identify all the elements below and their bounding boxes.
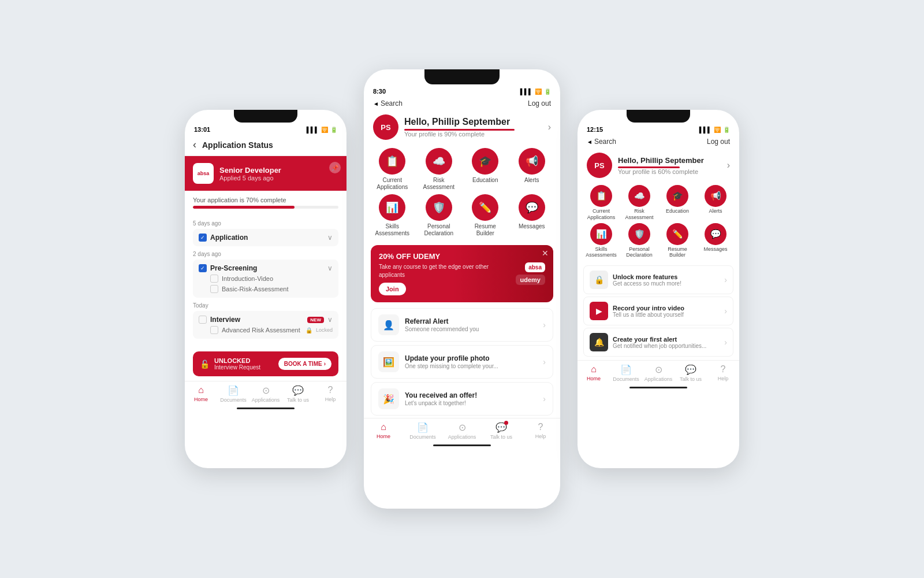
udemy-join-button[interactable]: Join [379,283,406,295]
icon-small-risk[interactable]: ☁️ RiskAssessment [621,185,657,221]
documents-icon-center: 📄 [417,422,429,433]
icon-risk-assessment[interactable]: ☁️ RiskAssessment [418,148,461,191]
logout-btn-right[interactable]: Log out [707,138,730,146]
feature-unlock[interactable]: 🔒 Unlock more features Get access so muc… [583,265,733,294]
icon-small-resume[interactable]: ✏️ ResumeBuilder [660,223,695,259]
unlock-feature-arrow: › [724,275,727,284]
icon-sm-circle-education: 🎓 [666,185,688,207]
create-alert-icon: 🔔 [590,333,608,351]
icon-skills[interactable]: 📊 SkillsAssessments [371,194,414,237]
icon-sm-label-skills: SkillsAssessments [586,246,617,259]
alert-referral-arrow: › [543,320,546,329]
chevron-application: ∨ [327,234,333,242]
nav-applications-center[interactable]: ⊙ Applications [442,422,482,440]
feature-create-alert[interactable]: 🔔 Create your first alert Get notified w… [583,328,733,357]
logout-btn-center[interactable]: Log out [528,99,551,108]
prescreening-label: Pre-Screening [210,264,324,272]
advanced-risk-label: Advanced Risk Assessment [222,327,302,334]
interview-label: Interview [210,316,301,324]
icon-personal-decl[interactable]: 🛡️ PersonalDeclaration [418,194,461,237]
status-bar-right: 12:15 ▌▌▌🛜🔋 [578,123,739,134]
book-time-button[interactable]: BOOK A TIME › [278,358,331,370]
icon-label-alerts: Alerts [524,177,539,184]
unlock-info: UNLOCKED Interview Request [214,357,274,370]
intro-label: Introduction-Video [222,275,333,282]
icon-sm-circle-risk: ☁️ [628,185,650,207]
icon-label-resume: ResumeBuilder [475,223,496,237]
timeline-item-prescreening[interactable]: Pre-Screening ∨ Introduction-Video Basic… [193,260,338,298]
status-bar-left: 13:01 ▌▌▌🛜🔋 [185,123,346,134]
icon-small-skills[interactable]: 📊 SkillsAssessments [583,223,619,259]
status-icons-center: ▌▌▌🛜🔋 [520,88,551,95]
back-button[interactable]: ‹ [193,139,196,151]
nav-home-left[interactable]: ⌂ Home [185,385,217,403]
timeline-item-application[interactable]: Application ∨ [193,229,338,246]
icon-sm-circle-messages: 💬 [705,223,726,245]
search-btn-right[interactable]: ◄ Search [587,138,616,146]
unlock-feature-icon: 🔒 [590,271,608,289]
documents-label-right: Documents [613,376,639,382]
close-banner-button[interactable]: ✕ [542,249,549,258]
basic-risk-label: Basic-Risk-Assessment [222,286,333,292]
alert-offer-info: You received an offer! Let's unpack it t… [405,391,537,406]
help-label-right: Help [718,376,729,381]
greeting-right: Hello, Phillip September Your profile is… [618,156,721,175]
nav-documents-right[interactable]: 📄 Documents [610,364,642,382]
checkbox-advanced-risk [210,326,218,334]
nav-help-left[interactable]: ? Help [314,385,346,403]
nav-talktous-left[interactable]: 💬 Talk to us [282,385,314,403]
alert-offer[interactable]: 🎉 You received an offer! Let's unpack it… [371,382,553,416]
icon-sm-circle-personal: 🛡️ [628,223,650,245]
center-phone: 8:30 ▌▌▌🛜🔋 ◄ Search Log out PS Hello, Ph… [364,69,560,509]
udemy-text: 20% OFF UDEMY Take any course to get the… [379,252,516,295]
bottom-nav-center: ⌂ Home 📄 Documents ⊙ Applications 💬 Talk… [364,418,560,442]
icon-current-apps[interactable]: 📋 CurrentApplications [371,148,414,191]
icon-education[interactable]: 🎓 Education [464,148,507,191]
icon-small-messages[interactable]: 💬 Messages [698,223,733,259]
icon-messages[interactable]: 💬 Messages [511,194,554,237]
help-label-center: Help [535,433,546,439]
nav-help-right[interactable]: ? Help [707,364,739,382]
nav-applications-right[interactable]: ⊙ Applications [642,364,675,382]
udemy-banner[interactable]: 20% OFF UDEMY Take any course to get the… [371,245,553,302]
alert-offer-title: You received an offer! [405,391,537,399]
job-card[interactable]: absa Senior Developer Applied 5 days ago… [185,156,346,191]
nav-documents-center[interactable]: 📄 Documents [403,422,442,440]
greeting-arrow-right: › [727,160,730,171]
udemy-badge: udemy [516,275,545,285]
nav-documents-left[interactable]: 📄 Documents [217,385,249,403]
book-btn-arrow: › [324,361,326,367]
icon-resume[interactable]: ✏️ ResumeBuilder [464,194,507,237]
home-icon-left: ⌂ [198,385,204,395]
icon-circle-resume: ✏️ [472,194,498,221]
icon-small-education[interactable]: 🎓 Education [660,185,695,221]
icon-label-risk: RiskAssessment [423,177,454,191]
nav-home-center[interactable]: ⌂ Home [364,422,403,440]
record-video-info: Record your intro video Tell us a little… [613,305,720,318]
unlock-feature-sub: Get access so much more! [613,280,720,287]
feature-record-video[interactable]: ▶ Record your intro video Tell us a litt… [583,297,733,325]
nav-talktous-right[interactable]: 💬 Talk to us [675,364,707,382]
nav-applications-left[interactable]: ⊙ Applications [249,385,282,403]
search-btn-center[interactable]: ◄ Search [373,99,403,108]
alert-offer-arrow: › [543,394,546,403]
unlock-card[interactable]: 🔓 UNLOCKED Interview Request BOOK A TIME… [193,351,338,376]
icon-circle-alerts: 📢 [519,148,545,175]
nav-home-right[interactable]: ⌂ Home [578,364,610,382]
applications-icon-center: ⊙ [459,422,466,433]
notch-center [424,69,500,84]
greeting-center: Hello, Phillip September Your profile is… [404,117,542,138]
timeline-item-interview[interactable]: Interview NEW ∨ Advanced Risk Assessment… [193,311,338,339]
icon-alerts[interactable]: 📢 Alerts [511,148,554,191]
alert-profile-photo[interactable]: 🖼️ Update your profile photo One step mi… [371,345,553,379]
icon-small-personal[interactable]: 🛡️ PersonalDeclaration [621,223,657,259]
icon-small-current-apps[interactable]: 📋 CurrentApplications [583,185,619,221]
nav-help-center[interactable]: ? Help [521,422,560,440]
record-video-arrow: › [724,306,727,316]
greeting-name-center: Hello, Phillip September [404,117,542,127]
icon-label-current-apps: CurrentApplications [377,177,408,191]
nav-talktous-center[interactable]: 💬 Talk to us [482,422,521,440]
icon-small-alerts[interactable]: 📢 Alerts [698,185,733,221]
alert-referral[interactable]: 👤 Referral Alert Someone recommended you… [371,308,553,342]
icon-label-skills: SkillsAssessments [375,223,409,237]
